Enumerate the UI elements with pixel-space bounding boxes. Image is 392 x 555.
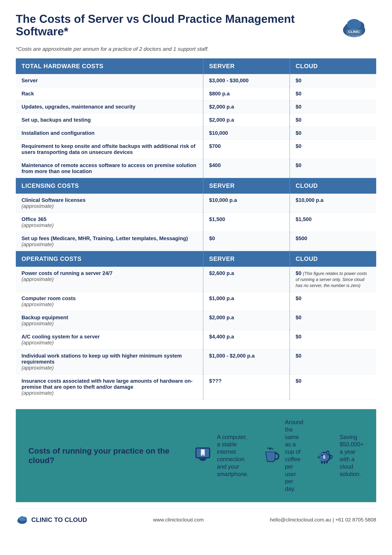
coffee-icon — [261, 446, 280, 465]
row-cloud-value: $0 — [290, 349, 376, 374]
row-label: Installation and configuration — [16, 127, 203, 140]
row-cloud-value: $0 — [290, 292, 376, 311]
row-label: Rack — [16, 87, 203, 100]
table-row: A/C cooling system for a server(approxim… — [16, 330, 376, 349]
footer-left-text: Costs of running your practice on the cl… — [29, 446, 181, 465]
row-cloud-value: $0 — [290, 113, 376, 127]
row-cloud-value: $0 — [290, 100, 376, 113]
row-cloud-value: $0 — [290, 127, 376, 140]
page-title: The Costs of Server vs Cloud Practice Ma… — [16, 13, 300, 38]
row-cloud-value: $0 — [290, 330, 376, 349]
row-label: Updates, upgrades, maintenance and secur… — [16, 100, 203, 113]
footer-computer-text: A computer, a stable internet connection… — [217, 433, 249, 478]
table-row: Clinical Software licenses(approximate)$… — [16, 194, 376, 213]
licensing-header-row: LICENSING COSTS SERVER CLOUD — [16, 178, 376, 194]
svg-point-18 — [319, 457, 320, 458]
bottom-bar: CLINIC TO CLOUD www.clinictocloud.com he… — [16, 509, 376, 525]
subtitle: *Costs are approximate per annum for a p… — [16, 46, 376, 52]
row-server-value: $2,600 p.a — [203, 267, 290, 292]
row-label: Set up fees (Medicare, MHR, Training, Le… — [16, 232, 203, 251]
row-label: Set up, backups and testing — [16, 113, 203, 127]
hardware-header-row: TOTAL HARDWARE COSTS SERVER CLOUD — [16, 58, 376, 74]
licensing-cloud-header: CLOUD — [290, 178, 376, 194]
row-cloud-value: $0 — [290, 311, 376, 330]
svg-rect-21 — [321, 461, 323, 464]
svg-point-17 — [318, 457, 319, 458]
row-server-value: $400 — [203, 159, 290, 178]
row-server-value: $700 — [203, 140, 290, 159]
svg-text:CLINIC: CLINIC — [348, 30, 360, 34]
table-row: Power costs of running a server 24/7(app… — [16, 267, 376, 292]
row-label: Maintenance of remote access software to… — [16, 159, 203, 178]
table-row: Server$3,000 - $30,000$0 — [16, 74, 376, 87]
row-cloud-value: $500 — [290, 232, 376, 251]
row-label: A/C cooling system for a server(approxim… — [16, 330, 203, 349]
row-server-value: $800 p.a — [203, 87, 290, 100]
row-server-value: $4,400 p.a — [203, 330, 290, 349]
operating-cloud-header: CLOUD — [290, 251, 376, 267]
row-server-value: $10,000 — [203, 127, 290, 140]
row-server-value: $2,000 p.a — [203, 311, 290, 330]
table-row: Maintenance of remote access software to… — [16, 159, 376, 178]
row-label: Individual work stations to keep up with… — [16, 349, 203, 374]
table-row: Computer room costs(approximate)$1,000 p… — [16, 292, 376, 311]
table-row: Set up fees (Medicare, MHR, Training, Le… — [16, 232, 376, 251]
svg-rect-22 — [324, 461, 325, 464]
table-row: Backup equipment(approximate)$2,000 p.a$… — [16, 311, 376, 330]
row-server-value: $2,000 p.a — [203, 100, 290, 113]
row-cloud-value: $0 — [290, 87, 376, 100]
row-server-value: $10,000 p.a — [203, 194, 290, 213]
footer-coffee-text: Around the same as a cup of coffee per u… — [285, 419, 303, 493]
svg-point-10 — [202, 454, 203, 455]
operating-label-header: OPERATING COSTS — [16, 251, 203, 267]
row-server-value: $1,000 p.a — [203, 292, 290, 311]
row-label: Insurance costs associated with have lar… — [16, 374, 203, 400]
svg-text:$: $ — [323, 454, 325, 460]
row-cloud-value: $10,000 p.a — [290, 194, 376, 213]
row-label: Power costs of running a server 24/7(app… — [16, 267, 203, 292]
table-row: Individual work stations to keep up with… — [16, 349, 376, 374]
row-cloud-value: $0 — [290, 159, 376, 178]
svg-rect-12 — [200, 460, 205, 461]
bottom-logo: CLINIC TO CLOUD — [16, 515, 87, 525]
row-server-value: $1,500 — [203, 213, 290, 232]
svg-point-3 — [347, 19, 361, 30]
logo-area: CLINIC TO CLOUD — [332, 13, 376, 41]
footer-item-coffee: Around the same as a cup of coffee per u… — [261, 419, 303, 493]
footer-band: Costs of running your practice on the cl… — [16, 409, 376, 502]
hardware-cloud-header: CLOUD — [290, 58, 376, 74]
licensing-label-header: LICENSING COSTS — [16, 178, 203, 194]
svg-rect-23 — [326, 461, 328, 463]
svg-point-29 — [19, 516, 25, 521]
row-cloud-value: $1,500 — [290, 213, 376, 232]
table-row: Insurance costs associated with have lar… — [16, 374, 376, 400]
row-label: Computer room costs(approximate) — [16, 292, 203, 311]
footer-item-savings: $ Saving $50,000+ a year with a cloud so… — [316, 433, 363, 478]
bottom-logo-icon — [16, 515, 29, 525]
row-cloud-value: $0 — [290, 140, 376, 159]
row-server-value: $3,000 - $30,000 — [203, 74, 290, 87]
row-server-value: $??? — [203, 374, 290, 400]
contact-info: hello@clinictocloud.com.au | +61 02 8705… — [270, 517, 376, 523]
row-label: Clinical Software licenses(approximate) — [16, 194, 203, 213]
row-cloud-value: $0 (This figure relates to power costs o… — [290, 267, 376, 292]
computer-icon — [193, 446, 212, 465]
svg-point-16 — [317, 456, 321, 459]
row-label: Backup equipment(approximate) — [16, 311, 203, 330]
website: www.clinictocloud.com — [153, 517, 204, 523]
row-cloud-value: $0 — [290, 374, 376, 400]
clinic-cloud-logo: CLINIC TO CLOUD — [340, 13, 368, 41]
page-header: The Costs of Server vs Cloud Practice Ma… — [16, 13, 376, 41]
row-label: Office 365(approximate) — [16, 213, 203, 232]
row-label: Server — [16, 74, 203, 87]
row-server-value: $2,000 p.a — [203, 113, 290, 127]
row-server-value: $0 — [203, 232, 290, 251]
table-row: Set up, backups and testing$2,000 p.a$0 — [16, 113, 376, 127]
licensing-server-header: SERVER — [203, 178, 290, 194]
row-label: Requirement to keep onsite and offsite b… — [16, 140, 203, 159]
row-server-value: $1,000 - $2,000 p.a — [203, 349, 290, 374]
svg-rect-19 — [323, 452, 325, 453]
table-row: Installation and configuration$10,000$0 — [16, 127, 376, 140]
footer-savings-text: Saving $50,000+ a year with a cloud solu… — [340, 433, 363, 478]
footer-item-computer: A computer, a stable internet connection… — [193, 433, 249, 478]
